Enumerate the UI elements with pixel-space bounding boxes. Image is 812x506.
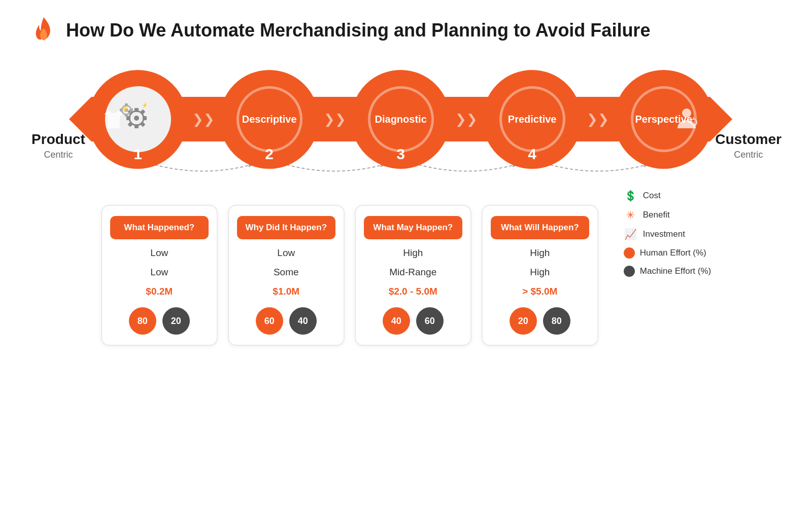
card-1-benefit: Low: [150, 267, 168, 278]
stage-2-outer: Descriptive 2: [220, 70, 319, 169]
flame-icon: [30, 15, 57, 46]
stage-3-number: 3: [396, 146, 405, 163]
card-1-benefit-row: Low: [110, 267, 209, 278]
stage-1-number: 1: [133, 146, 142, 163]
card-4-cost: High: [530, 247, 550, 259]
card-4-cost-row: High: [491, 247, 589, 259]
card-3-benefit: Mid-Range: [389, 267, 436, 278]
card-3-cost: High: [403, 247, 423, 259]
card-2-cost: Low: [277, 247, 295, 259]
svg-rect-5: [134, 108, 139, 112]
stage-2-wrapper: Descriptive 2: [220, 70, 319, 169]
card-4-benefit: High: [530, 267, 550, 278]
star-icon: ✳: [624, 209, 638, 221]
card-3-cost-row: High: [364, 247, 462, 259]
svg-point-0: [682, 109, 691, 118]
stage-3-label: Diagnostic: [375, 114, 427, 125]
legend-investment: 📈 Investment: [624, 228, 711, 240]
page-title: How Do We Automate Merchandising and Pla…: [66, 20, 650, 41]
stage-4-wrapper: Predictive 4: [483, 70, 582, 169]
legend-benefit: ✳ Benefit: [624, 209, 711, 221]
right-label-sub: Centric: [734, 150, 763, 160]
card-2-benefit-row: Some: [237, 267, 335, 278]
legend-machine-effort: Machine Effort (%): [624, 266, 711, 277]
card-2-investment-row: $1.0M: [237, 286, 335, 297]
chevron-3-4: ❯❯: [455, 112, 478, 127]
card-1-cost-row: Low: [110, 247, 209, 259]
card-2-investment: $1.0M: [273, 286, 299, 297]
arrow-circles-area: ⚡ ⚡ 1 ❯❯ Descriptive 2: [91, 61, 710, 177]
card-1-question: What Happened?: [110, 216, 209, 239]
chart-icon: 📈: [624, 228, 638, 240]
stage-2-label: Descriptive: [242, 114, 297, 125]
svg-point-4: [134, 116, 139, 121]
card-3-benefit-row: Mid-Range: [364, 267, 462, 278]
stage-3-outer: Diagnostic 3: [351, 70, 450, 169]
svg-rect-8: [143, 116, 147, 120]
legend-benefit-label: Benefit: [643, 210, 670, 220]
card-3-machine-badge: 60: [416, 307, 444, 335]
main-diagram: Product Centric: [30, 61, 782, 177]
card-1-investment: $0.2M: [146, 286, 173, 297]
card-4-question: What Will Happen?: [491, 216, 589, 239]
left-label-sub: Centric: [44, 150, 73, 160]
card-2: Why Did It Happen? Low Some $1.0M 60 40: [228, 205, 345, 346]
stage-4-number: 4: [528, 146, 536, 163]
legend-machine-dot: [624, 266, 635, 277]
stage-3-inner: Diagnostic: [368, 86, 434, 152]
cards-legend-section: What Happened? Low Low $0.2M 80 20 Why D…: [30, 190, 782, 346]
card-4-investment-row: > $5.0M: [491, 286, 589, 297]
card-3: What May Happen? High Mid-Range $2.0 - 5…: [355, 205, 471, 346]
card-3-investment-row: $2.0 - 5.0M: [364, 286, 462, 297]
svg-rect-7: [126, 116, 130, 120]
card-4-benefit-row: High: [491, 267, 589, 278]
chevron-2-3: ❯❯: [324, 112, 346, 127]
card-4-machine-badge: 80: [543, 307, 570, 335]
circles-container: ⚡ ⚡ 1 ❯❯ Descriptive 2: [91, 61, 710, 177]
stage-3-wrapper: Diagnostic 3: [351, 70, 450, 169]
svg-rect-18: [130, 109, 133, 112]
header: How Do We Automate Merchandising and Pla…: [30, 15, 650, 46]
svg-rect-6: [134, 124, 139, 128]
shirt-icon: [101, 107, 126, 131]
card-3-investment: $2.0 - 5.0M: [389, 286, 437, 297]
legend-investment-label: Investment: [643, 229, 685, 239]
legend-machine-label: Machine Effort (%): [640, 266, 711, 276]
card-2-cost-row: Low: [237, 247, 335, 259]
legend-cost: 💲 Cost: [624, 190, 711, 202]
stage-4-inner: Predictive: [499, 86, 565, 152]
legend-cost-label: Cost: [643, 191, 661, 201]
card-1: What Happened? Low Low $0.2M 80 20: [101, 205, 218, 346]
legend-human-dot: [624, 247, 635, 259]
page-container: How Do We Automate Merchandising and Pla…: [0, 0, 812, 506]
legend: 💲 Cost ✳ Benefit 📈 Investment Human Effo…: [624, 190, 711, 282]
legend-human-label: Human Effort (%): [640, 248, 706, 258]
card-4-efforts: 20 80: [510, 307, 570, 335]
card-4-investment: > $5.0M: [522, 286, 557, 297]
card-1-investment-row: $0.2M: [110, 286, 209, 297]
arrow-right-head: [710, 97, 732, 141]
cards-row: What Happened? Low Low $0.2M 80 20 Why D…: [101, 205, 598, 346]
card-1-efforts: 80 20: [129, 307, 190, 335]
stage-4-outer: Predictive 4: [483, 70, 582, 169]
svg-text:⚡: ⚡: [142, 102, 148, 109]
card-1-human-badge: 80: [129, 307, 156, 335]
chevron-4-5: ❯❯: [587, 112, 609, 127]
card-3-question: What May Happen?: [364, 216, 462, 239]
stage-4-label: Predictive: [508, 114, 557, 125]
card-3-efforts: 40 60: [383, 307, 444, 335]
card-2-efforts: 60 40: [256, 307, 317, 335]
card-1-cost: Low: [150, 247, 168, 259]
chevron-1-2: ❯❯: [192, 112, 215, 127]
card-4-human-badge: 20: [510, 307, 537, 335]
stage-2-number: 2: [265, 146, 274, 163]
card-2-benefit: Some: [274, 267, 299, 278]
card-4: What Will Happen? High High > $5.0M 20 8…: [482, 205, 598, 346]
legend-human-effort: Human Effort (%): [624, 247, 711, 259]
person-icon: [673, 106, 700, 132]
dollar-icon: 💲: [624, 190, 638, 202]
card-3-human-badge: 40: [383, 307, 410, 335]
card-2-question: Why Did It Happen?: [237, 216, 335, 239]
card-1-machine-badge: 20: [162, 307, 190, 335]
stage-2-inner: Descriptive: [236, 86, 302, 152]
